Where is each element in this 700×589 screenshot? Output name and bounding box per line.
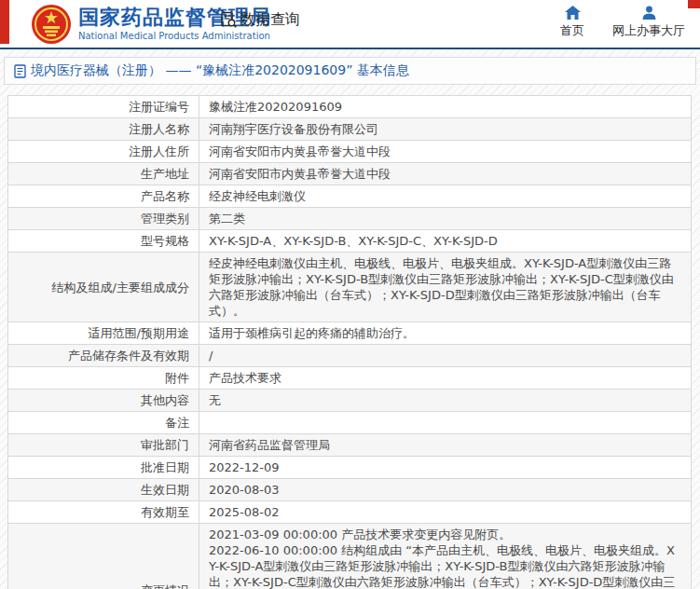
right-red-corner (688, 0, 700, 8)
left-red-bar (0, 0, 9, 44)
table-row: 结构及组成/主要组成成分 经皮神经电刺激仪由主机、电极线、电极片、电极夹组成。X… (8, 253, 692, 322)
row-label: 管理类别 (8, 208, 199, 230)
row-value: 经皮神经电刺激仪由主机、电极线、电极片、电极夹组成。XY-K-SJD-A型刺激仪… (199, 253, 692, 322)
table-row: 注册证编号 豫械注准20202091609 (8, 96, 692, 118)
table-row: 生产地址 河南省安阳市内黄县帝誉大道中段 (8, 163, 692, 185)
table-row: 产品储存条件及有效期 / (8, 345, 692, 367)
table-row: 适用范围/预期用途 适用于颈椎病引起的疼痛的辅助治疗。 (8, 322, 692, 345)
row-value: 河南省药品监督管理局 (199, 434, 692, 457)
row-value: / (199, 345, 692, 367)
home-icon (565, 6, 581, 20)
table-row: 备注 (8, 412, 692, 434)
nav-home-label: 首页 (560, 22, 584, 39)
header-nav: 首页 网上办事大厅 (560, 6, 685, 39)
row-value: 河南省安阳市内黄县帝誉大道中段 (199, 141, 692, 163)
row-label: 产品名称 (8, 185, 199, 208)
table-row: 附件 产品技术要求 (8, 367, 692, 390)
data-query-icon (220, 11, 238, 29)
page: 国家药品监督管理局 National Medical Products Admi… (0, 0, 700, 589)
row-label: 批准日期 (8, 457, 199, 479)
table-row: 审批部门 河南省药品监督管理局 (8, 434, 692, 457)
row-value: 河南翔宇医疗设备股份有限公司 (199, 118, 692, 141)
row-label: 注册人名称 (8, 118, 199, 141)
row-label: 产品储存条件及有效期 (8, 345, 199, 367)
row-value: 2020-08-03 (199, 479, 692, 501)
site-header: 国家药品监督管理局 National Medical Products Admi… (0, 0, 700, 49)
row-value (199, 412, 692, 434)
nav-service-hall-label: 网上办事大厅 (612, 22, 685, 39)
table-row: 产品名称 经皮神经电刺激仪 (8, 185, 692, 208)
row-label: 备注 (8, 412, 199, 434)
registration-info-table: 注册证编号 豫械注准20202091609 注册人名称 河南翔宇医疗设备股份有限… (7, 95, 692, 589)
row-value: 产品技术要求 (199, 367, 692, 390)
national-emblem-icon (31, 4, 72, 46)
row-label: 生产地址 (8, 163, 199, 185)
row-label: 型号规格 (8, 230, 199, 253)
breadcrumb: 境内医疗器械（注册） —— “豫械注准20202091609” 基本信息 (4, 57, 696, 85)
row-value: 适用于颈椎病引起的疼痛的辅助治疗。 (199, 322, 692, 345)
document-icon (14, 64, 26, 78)
user-icon (642, 6, 656, 20)
table-row: 批准日期 2022-12-09 (8, 457, 692, 479)
table-row: 管理类别 第二类 (8, 208, 692, 230)
row-label: 结构及组成/主要组成成分 (8, 253, 199, 322)
agency-name-en: National Medical Products Administration (78, 31, 271, 41)
row-label: 适用范围/预期用途 (8, 322, 199, 345)
table-row: 变更情况 2021-03-09 00:00:00 产品技术要求变更内容见附页。 … (8, 524, 692, 589)
nav-service-hall[interactable]: 网上办事大厅 (612, 6, 685, 39)
row-value: 无 (199, 390, 692, 412)
row-value: 2022-12-09 (199, 457, 692, 479)
table-row: 注册人住所 河南省安阳市内黄县帝誉大道中段 (8, 141, 692, 163)
table-row: 型号规格 XY-K-SJD-A、XY-K-SJD-B、XY-K-SJD-C、XY… (8, 230, 692, 253)
row-label: 注册人住所 (8, 141, 199, 163)
table-row: 其他内容 无 (8, 390, 692, 412)
row-value: XY-K-SJD-A、XY-K-SJD-B、XY-K-SJD-C、XY-K-SJ… (199, 230, 692, 253)
breadcrumb-text: 境内医疗器械（注册） —— “豫械注准20202091609” 基本信息 (31, 62, 409, 79)
table-row: 生效日期 2020-08-03 (8, 479, 692, 501)
row-label: 有效期至 (8, 501, 199, 524)
nav-home[interactable]: 首页 (560, 6, 584, 39)
row-value: 经皮神经电刺激仪 (199, 185, 692, 208)
table-row: 注册人名称 河南翔宇医疗设备股份有限公司 (8, 118, 692, 141)
row-label: 其他内容 (8, 390, 199, 412)
row-value: 第二类 (199, 208, 692, 230)
data-query-section: 数据查询 (220, 10, 300, 30)
row-label: 注册证编号 (8, 96, 199, 118)
table-row: 有效期至 2025-08-02 (8, 501, 692, 524)
row-value: 2025-08-02 (199, 501, 692, 524)
row-label: 审批部门 (8, 434, 199, 457)
row-value: 豫械注准20202091609 (199, 96, 692, 118)
row-label: 附件 (8, 367, 199, 390)
row-label: 变更情况 (8, 524, 199, 589)
data-query-label: 数据查询 (240, 10, 300, 30)
row-value-change-history: 2021-03-09 00:00:00 产品技术要求变更内容见附页。 2022-… (199, 524, 692, 589)
row-label: 生效日期 (8, 479, 199, 501)
row-value: 河南省安阳市内黄县帝誉大道中段 (199, 163, 692, 185)
